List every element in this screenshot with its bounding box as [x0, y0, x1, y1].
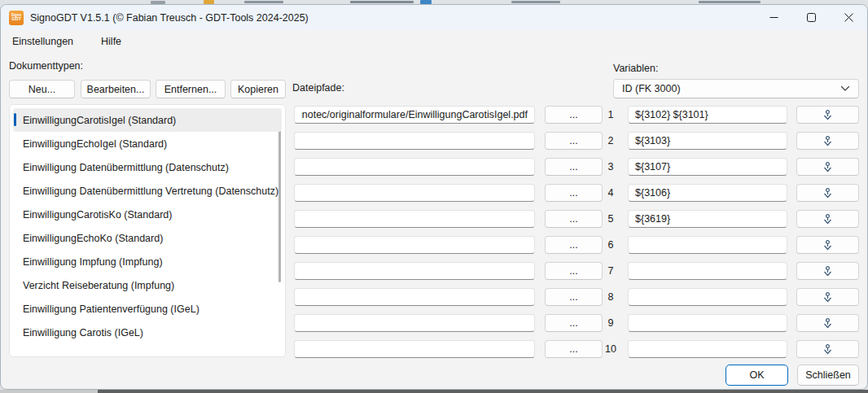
menubar: Einstellungen Hilfe [5, 32, 129, 51]
file-path-input[interactable] [294, 340, 535, 358]
list-item-label: EinwilligungEchoIgel (Standard) [23, 138, 167, 150]
background-fragment [350, 1, 414, 3]
insert-variable-button[interactable] [796, 262, 859, 280]
insert-variable-button[interactable] [796, 340, 859, 358]
variable-input[interactable] [628, 236, 787, 254]
browse-button[interactable]: ... [545, 236, 603, 254]
browse-button[interactable]: ... [545, 314, 603, 332]
list-item[interactable]: Einwilligung Carotis (IGeL) [13, 321, 282, 344]
browse-button[interactable]: ... [545, 106, 603, 124]
insert-variable-button[interactable] [796, 236, 859, 254]
close-icon [844, 13, 853, 22]
insert-variable-button[interactable] [796, 184, 859, 202]
row-number: 9 [602, 317, 620, 329]
insert-variable-icon [823, 240, 832, 251]
variable-input[interactable] [628, 340, 787, 358]
background-window-sliver-bottom [0, 390, 868, 393]
variable-input[interactable] [628, 210, 787, 228]
chevron-down-icon [840, 85, 850, 92]
file-path-input[interactable] [294, 236, 535, 254]
menu-einstellungen[interactable]: Einstellungen [5, 33, 81, 50]
variable-input[interactable] [628, 184, 787, 202]
browse-button[interactable]: ... [545, 262, 603, 280]
file-paths-label: Dateipfade: [292, 82, 344, 94]
minimize-icon [769, 13, 778, 22]
list-item-label: Einwilligung Impfung (Impfung) [23, 256, 163, 268]
row-number: 1 [602, 109, 620, 120]
list-item[interactable]: Einwilligung Datenübermittlung Vertretun… [13, 179, 282, 203]
file-path-input[interactable] [294, 106, 535, 124]
list-item[interactable]: EinwilligungCarotisKo (Standard) [13, 203, 282, 226]
close-dialog-button[interactable]: Schließen [797, 365, 859, 386]
insert-variable-button[interactable] [796, 210, 859, 228]
browse-button[interactable]: ... [545, 184, 603, 202]
list-item-label: Einwilligung Datenübermittlung (Datensch… [23, 162, 229, 173]
variable-input[interactable] [628, 288, 787, 306]
document-type-list: EinwilligungCarotisIgel (Standard)Einwil… [9, 104, 286, 357]
insert-variable-button[interactable] [796, 288, 859, 306]
variable-input[interactable] [628, 262, 787, 280]
file-path-input[interactable] [294, 184, 535, 202]
row-number: 4 [602, 187, 620, 199]
file-path-input[interactable] [294, 288, 535, 306]
list-item-label: Verzicht Reiseberatung (Impfung) [23, 280, 174, 291]
copy-button[interactable]: Kopieren [230, 80, 286, 98]
close-button[interactable] [830, 5, 867, 30]
minimize-button[interactable] [755, 5, 792, 30]
file-path-input[interactable] [294, 262, 535, 280]
menu-hilfe[interactable]: Hilfe [94, 33, 129, 50]
app-icon: Signo GDT [9, 11, 24, 25]
list-item-label: EinwilligungEchoKo (Standard) [23, 233, 163, 244]
variable-input[interactable] [628, 106, 787, 124]
list-item[interactable]: EinwilligungEchoIgel (Standard) [13, 132, 282, 155]
list-item-label: EinwilligungCarotisIgel (Standard) [23, 115, 176, 126]
browse-button[interactable]: ... [545, 132, 603, 150]
insert-variable-button[interactable] [796, 106, 859, 124]
insert-variable-icon [823, 214, 832, 225]
maximize-icon [807, 13, 816, 22]
row-number: 5 [602, 213, 620, 225]
browse-button[interactable]: ... [545, 288, 603, 306]
variable-input[interactable] [628, 132, 787, 150]
insert-variable-icon [823, 318, 832, 329]
insert-variable-icon [823, 266, 832, 277]
list-item[interactable]: EinwilligungCarotisIgel (Standard) [13, 108, 282, 132]
list-item[interactable]: EinwilligungEchoKo (Standard) [13, 226, 282, 250]
insert-variable-icon [823, 344, 832, 355]
browse-button[interactable]: ... [545, 210, 603, 228]
background-fragment [699, 1, 761, 3]
insert-variable-icon [823, 110, 832, 120]
remove-button[interactable]: Entfernen... [156, 80, 226, 98]
new-button[interactable]: Neu... [9, 80, 75, 98]
file-path-input[interactable] [294, 158, 535, 176]
list-item-label: Einwilligung Carotis (IGeL) [23, 327, 143, 338]
list-item[interactable]: Verzicht Reiseberatung (Impfung) [13, 273, 282, 297]
list-item[interactable]: Einwilligung Datenübermittlung (Datensch… [13, 155, 282, 179]
selection-indicator [14, 113, 16, 126]
list-item-label: EinwilligungCarotisKo (Standard) [23, 209, 172, 221]
app-icon-text: GDT [9, 17, 24, 22]
insert-variable-button[interactable] [796, 132, 859, 150]
file-path-input[interactable] [294, 314, 535, 332]
ok-button[interactable]: OK [726, 365, 788, 386]
edit-button[interactable]: Bearbeiten... [81, 80, 151, 98]
variable-input[interactable] [628, 314, 787, 332]
variable-type-dropdown[interactable]: ID (FK 3000) [613, 79, 859, 98]
file-path-input[interactable] [294, 132, 535, 150]
list-item[interactable]: Einwilligung Impfung (Impfung) [13, 250, 282, 273]
insert-variable-button[interactable] [796, 314, 859, 332]
maximize-button[interactable] [792, 5, 830, 30]
variables-label: Variablen: [613, 63, 658, 74]
variable-input[interactable] [628, 158, 787, 176]
window-title: SignoGDT V1.5.1 (© Fabian Treusch - GDT-… [30, 12, 309, 24]
background-fragment [511, 1, 560, 3]
insert-variable-button[interactable] [796, 158, 859, 176]
background-fragment [0, 390, 98, 393]
browse-button[interactable]: ... [545, 340, 603, 358]
file-path-input[interactable] [294, 210, 535, 228]
insert-variable-icon [823, 292, 832, 303]
list-item-label: Einwilligung Datenübermittlung Vertretun… [23, 186, 278, 197]
row-number: 3 [602, 161, 620, 172]
list-item[interactable]: Einwilligung Patientenverfügung (IGeL) [13, 297, 282, 321]
browse-button[interactable]: ... [545, 158, 603, 176]
